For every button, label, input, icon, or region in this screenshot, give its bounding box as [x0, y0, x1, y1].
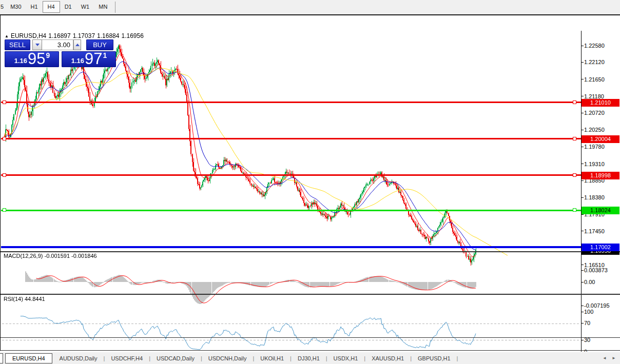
chart-window: ▲EURUSD,H41.168971.170371.168841.16956 S… [0, 15, 620, 351]
tabs-scroll-right-button[interactable]: ► [612, 356, 616, 360]
macd-tick-label: 0.00 [584, 279, 620, 285]
price-tick-label: 1.18380 [584, 194, 620, 200]
tab-divider: | [457, 355, 458, 361]
tabs-scroll-left-button[interactable]: ◄ [603, 356, 607, 360]
toolbar-separator [115, 2, 115, 13]
level-price-badge: 1.17002 [582, 244, 619, 251]
price-tick-label: 1.19780 [584, 144, 620, 150]
rsi-tick-label: 70 [584, 320, 620, 326]
application-window: 5M30H1H4D1W1MN ▲EURUSD,H41.168971.170371… [0, 0, 620, 364]
chart-plot-area[interactable] [1, 31, 581, 364]
hline-drag-handle[interactable] [573, 100, 576, 104]
sell-price-big: 95 [28, 52, 45, 66]
rsi-tick-label: 100 [584, 309, 620, 315]
level-price-badge: 1.18024 [582, 207, 619, 214]
volume-increase-button[interactable] [73, 39, 81, 50]
price-tick-label: 1.19310 [584, 161, 620, 167]
price-tick-label: 1.20720 [584, 110, 620, 116]
buy-price-sup: 1 [103, 51, 107, 59]
collapse-arrow-icon[interactable]: ▲ [5, 34, 9, 38]
buy-button[interactable]: BUY [86, 39, 113, 50]
timeframe-button-h1[interactable]: H1 [26, 1, 43, 13]
chart-tab-bar: EURUSD,H4AUDUSD,Daily|USDCHF,H4|USDCAD,D… [0, 352, 620, 364]
tab-usdchf-h4[interactable]: USDCHF,H4 [105, 353, 149, 364]
price-tick-label: 1.17450 [584, 228, 620, 234]
one-click-trade-panel: SELL BUY 1.16 95 9 [5, 39, 116, 67]
timeframe-button-5[interactable]: 5 [0, 1, 6, 13]
price-tick-label: 1.20250 [584, 127, 620, 133]
chevron-down-icon [35, 44, 40, 48]
timeframe-button-mn[interactable]: MN [94, 1, 112, 13]
level-price-badge: 1.18998 [582, 172, 619, 179]
ohlc-low: 1.16884 [97, 32, 119, 39]
sell-price-sup: 9 [46, 51, 50, 59]
level-price-badge: 1.21010 [582, 99, 619, 107]
ohlc-close: 1.16956 [121, 32, 143, 39]
macd-tick-label: 0.003873 [584, 267, 620, 273]
axis-divider-line [581, 31, 582, 353]
pane-separator[interactable] [1, 294, 620, 295]
pane-separator [1, 337, 620, 338]
level-price-badge: 1.20004 [582, 135, 619, 143]
buy-price-prefix: 1.16 [71, 57, 84, 65]
tab-usdcad-daily[interactable]: USDCAD,Daily [150, 353, 201, 364]
hline-1-21010[interactable] [1, 102, 581, 103]
sell-price-display[interactable]: 1.16 95 9 [5, 51, 59, 67]
volume-input[interactable] [42, 39, 73, 50]
macd-indicator-label: MACD(12,26,9) -0.001591 -0.001846 [4, 253, 97, 259]
hline-drag-handle[interactable] [3, 137, 6, 140]
chevron-up-icon [75, 42, 80, 46]
chart-symbol-label: EURUSD,H4 [11, 32, 46, 39]
tab-audusd-daily[interactable]: AUDUSD,Daily [53, 353, 104, 364]
timeframe-button-h4[interactable]: H4 [43, 1, 60, 13]
macd-tick-label: -0.007195 [584, 302, 620, 309]
hline-1-17002[interactable] [1, 246, 581, 248]
tabs-holder: EURUSD,H4AUDUSD,Daily|USDCHF,H4|USDCAD,D… [0, 353, 458, 362]
volume-decrease-button[interactable] [32, 39, 42, 50]
price-tick-label: 1.21650 [584, 76, 620, 83]
tab-gbpusd-h1[interactable]: GBPUSD,H1 [412, 353, 457, 364]
hline-1-20004[interactable] [1, 138, 581, 139]
tab-eurusd-h4[interactable]: EURUSD,H4 [5, 353, 52, 363]
timeframe-button-w1[interactable]: W1 [76, 1, 94, 13]
hline-drag-handle[interactable] [3, 173, 6, 177]
tab-usdx-h1[interactable]: USDX,H1 [327, 353, 364, 364]
tab-xauusd-h1[interactable]: XAUUSD,H1 [365, 353, 410, 364]
buy-price-big: 97 [85, 52, 102, 66]
sell-button[interactable]: SELL [5, 39, 30, 50]
timeframe-toolbar: 5M30H1H4D1W1MN [0, 0, 620, 15]
window-bottom-border [1, 350, 620, 351]
price-tick-label: 1.22120 [584, 59, 620, 65]
chart-title: ▲EURUSD,H41.168971.170371.168841.16956 [5, 32, 146, 39]
volume-group [32, 39, 81, 50]
tab-dj30-h1[interactable]: DJ30,H1 [292, 353, 326, 364]
ohlc-open: 1.16897 [48, 32, 70, 39]
buy-price-display[interactable]: 1.16 97 1 [62, 51, 116, 67]
hline-1-18998[interactable] [1, 174, 581, 176]
hline-drag-handle[interactable] [573, 208, 576, 212]
hline-drag-handle[interactable] [573, 137, 576, 140]
pane-separator[interactable] [1, 251, 620, 252]
timeframe-button-d1[interactable]: D1 [60, 1, 76, 13]
sell-price-prefix: 1.16 [14, 57, 27, 65]
hline-drag-handle[interactable] [3, 208, 6, 212]
ohlc-high: 1.17037 [73, 32, 95, 39]
hline-1-18024[interactable] [1, 210, 581, 211]
price-tick-label: 1.22580 [584, 43, 620, 49]
tab-stub [0, 353, 3, 363]
tab-ukoil-h1[interactable]: UKOil,H1 [254, 353, 290, 364]
hline-drag-handle[interactable] [3, 100, 6, 104]
tab-usdcnh-daily[interactable]: USDCNH,Daily [202, 353, 253, 364]
rsi-indicator-label: RSI(14) 44.8441 [4, 296, 45, 302]
hline-drag-handle[interactable] [573, 173, 576, 177]
timeframe-button-m30[interactable]: M30 [6, 1, 26, 13]
